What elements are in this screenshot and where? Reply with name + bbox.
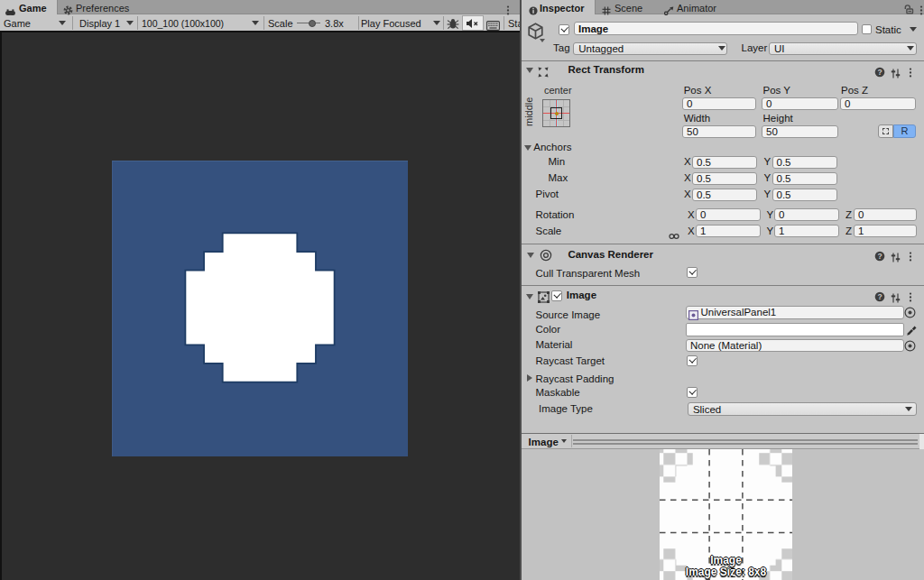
svg-text:?: ? — [877, 252, 882, 261]
svg-text:?: ? — [877, 68, 882, 77]
svg-text:?: ? — [877, 292, 882, 301]
